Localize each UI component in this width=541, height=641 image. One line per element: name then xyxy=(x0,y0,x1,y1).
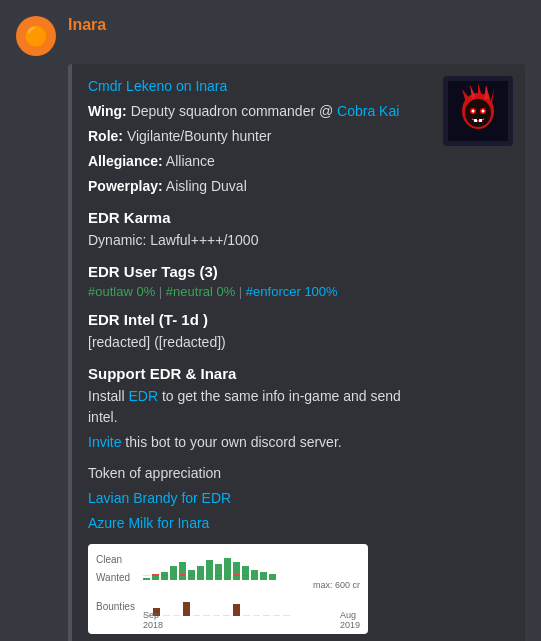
edr-user-tags-title: EDR User Tags (3) xyxy=(88,263,424,280)
chart-date-end: Aug 2019 xyxy=(340,610,360,630)
edr-intel-title: EDR Intel (T- 1d ) xyxy=(88,311,424,328)
wing-label: Wing: xyxy=(88,103,127,119)
chart-date-start: Sep 2018 xyxy=(143,610,163,630)
powerplay-value: Aisling Duval xyxy=(166,178,247,194)
svg-point-11 xyxy=(482,110,485,113)
wing-value: Deputy squadron commander @ xyxy=(131,103,334,119)
wanted-bar xyxy=(188,575,195,576)
wanted-bar xyxy=(260,575,267,576)
role-label: Role: xyxy=(88,128,123,144)
embed-body: Cmdr Lekeno on Inara Wing: Deputy squadr… xyxy=(88,76,509,634)
chart-clean-label: Clean xyxy=(96,554,122,565)
tags-line: #outlaw 0% | #neutral 0% | #enforcer 100… xyxy=(88,284,424,299)
wing-field: Wing: Deputy squadron commander @ Cobra … xyxy=(88,101,424,122)
karma-value: Dynamic: Lawful++++/1000 xyxy=(88,230,424,251)
support-line1: Install EDR to get the same info in-game… xyxy=(88,386,424,428)
powerplay-label: Powerplay: xyxy=(88,178,163,194)
wanted-bar xyxy=(224,575,231,576)
wanted-bar xyxy=(233,574,240,576)
commander-link-field: Cmdr Lekeno on Inara xyxy=(88,76,424,97)
bot-avatar: 🟠 xyxy=(16,16,56,56)
chart-wanted-label: Wanted xyxy=(96,572,130,583)
role-value: Vigilante/Bounty hunter xyxy=(127,128,272,144)
wing-link[interactable]: Cobra Kai xyxy=(337,103,399,119)
token-label: Token of appreciation xyxy=(88,463,424,484)
allegiance-label: Allegiance: xyxy=(88,153,163,169)
svg-point-10 xyxy=(472,110,475,113)
chart-max-label: max: 600 cr xyxy=(313,580,360,590)
thumbnail-image xyxy=(443,76,513,146)
edr-karma-title: EDR Karma xyxy=(88,209,424,226)
allegiance-value: Alliance xyxy=(166,153,215,169)
wanted-bars-area xyxy=(143,568,360,576)
intel-value: [redacted] ([redacted]) xyxy=(88,332,424,353)
svg-rect-12 xyxy=(474,119,477,122)
wanted-bar xyxy=(152,574,159,576)
chart-dates: Sep 2018 Aug 2019 xyxy=(143,610,360,630)
message-header: 🟠 Inara xyxy=(16,16,525,56)
wanted-bar xyxy=(161,575,168,576)
token-section: Token of appreciation Lavian Brandy for … xyxy=(88,463,424,534)
wanted-bar xyxy=(215,575,222,576)
wanted-bar xyxy=(197,575,204,576)
azure-link[interactable]: Azure Milk for Inara xyxy=(88,515,209,531)
wanted-bar xyxy=(206,575,213,576)
support-line2-suffix: this bot to your own discord server. xyxy=(125,434,341,450)
edr-link[interactable]: EDR xyxy=(128,388,158,404)
tag-enforcer: #enforcer 100% xyxy=(246,284,338,299)
wanted-bar xyxy=(143,575,150,576)
azure-link-field: Azure Milk for Inara xyxy=(88,513,424,534)
allegiance-field: Allegiance: Alliance xyxy=(88,151,424,172)
support-section: Support EDR & Inara Install EDR to get t… xyxy=(88,365,424,453)
support-title: Support EDR & Inara xyxy=(88,365,424,382)
bot-username: Inara xyxy=(68,16,106,34)
embed-container: Cmdr Lekeno on Inara Wing: Deputy squadr… xyxy=(68,64,525,641)
invite-link[interactable]: Invite xyxy=(88,434,121,450)
tag-outlaw: #outlaw 0% xyxy=(88,284,155,299)
lavian-link-field: Lavian Brandy for EDR xyxy=(88,488,424,509)
wanted-bar xyxy=(179,574,186,576)
svg-point-7 xyxy=(465,99,491,127)
tag-neutral: #neutral 0% xyxy=(166,284,235,299)
chart-bounties-label: Bounties xyxy=(96,601,135,612)
clean-bar xyxy=(143,578,150,580)
support-line2: Invite this bot to your own discord serv… xyxy=(88,432,424,453)
clean-bar xyxy=(152,576,159,580)
bounty-chart: Clean Wanted Bounties max: 600 cr Sep 20… xyxy=(88,544,368,634)
powerplay-field: Powerplay: Aisling Duval xyxy=(88,176,424,197)
wanted-bar xyxy=(269,575,276,576)
wanted-bar xyxy=(242,575,249,576)
embed-thumbnail xyxy=(443,76,513,146)
install-prefix: Install xyxy=(88,388,125,404)
wanted-bar xyxy=(170,575,177,576)
role-field: Role: Vigilante/Bounty hunter xyxy=(88,126,424,147)
wanted-bar xyxy=(251,575,258,576)
lavian-link[interactable]: Lavian Brandy for EDR xyxy=(88,490,231,506)
svg-rect-13 xyxy=(479,119,482,122)
commander-link[interactable]: Cmdr Lekeno on Inara xyxy=(88,78,227,94)
